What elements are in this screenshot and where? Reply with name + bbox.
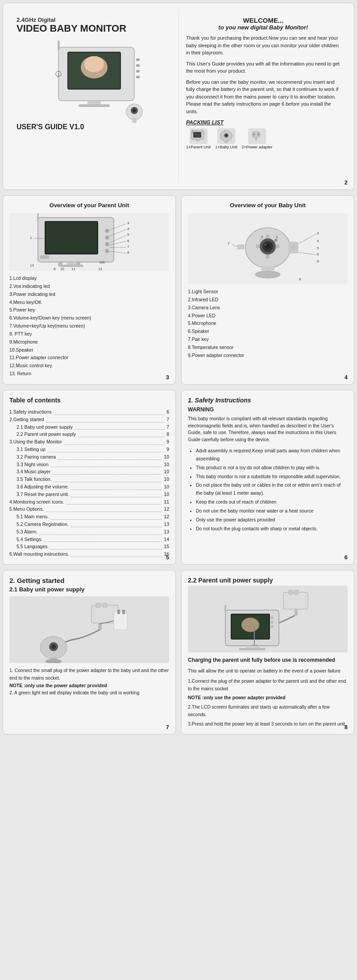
svg-text:1: 1 [58,73,60,77]
parent-power-panel: 2.2 Parent unit power supply [181,570,354,734]
parent-power-steps: Charging the parent unit fully before us… [188,656,348,728]
parent-feature-4: 4.Menu key/OK [9,299,169,307]
toc-entry-5-4: 5.4 Settings. 14 [9,536,169,543]
svg-text:5: 5 [127,233,129,237]
safety-bullet-3: This baby monitor is not a substitute fo… [196,473,348,481]
welcome-p2: This User's Guide provides you with all … [186,60,340,75]
warning-label: WARNING [188,406,348,413]
svg-rect-8 [136,76,140,78]
toc-entry-5-3: 5.3 Alarm. 13 [9,528,169,536]
baby-feature-9: 9.Power adapter connector [188,352,348,360]
svg-rect-41 [67,262,77,265]
svg-line-87 [299,234,316,243]
cover-title-small: 2.4GHz Digital [17,16,171,23]
svg-rect-10 [87,101,101,104]
parent-feature-11: 11.Power adapter connector [9,354,169,362]
power-adapter-label: 2×Power adapter [242,145,273,149]
svg-point-117 [271,621,274,623]
safety-bullet-2: This product is not a toy:do not allow c… [196,464,348,472]
packing-parent-unit: 1×Parent Unit [186,128,211,149]
svg-point-69 [260,239,262,242]
parent-power-title: 2.2 Parent unit power supply [188,577,348,584]
svg-rect-21 [192,130,193,134]
svg-text:8: 8 [299,277,301,281]
toc-entry-4: 4.Monitoring screen icons. 11 [9,498,169,506]
toc-entry-3-4: 3.4 Music player 10 [9,468,169,476]
parent-feature-7: 7.Volume+key/Up key(menu screen) [9,322,169,330]
svg-line-93 [232,245,237,246]
welcome-p1: Thank you for purchasing the product.Now… [186,34,340,57]
parent-feature-3: 3.Power indicating led [9,291,169,299]
svg-text:11: 11 [71,267,75,271]
svg-point-68 [265,244,266,246]
svg-point-33 [105,229,109,233]
svg-rect-9 [58,41,60,50]
baby-feature-5: 5.Microphone [188,320,348,328]
baby-feature-2: 2.Infrared LED [188,296,348,304]
svg-point-118 [271,625,274,628]
baby-feature-1: 1.Light Sensor [188,288,348,296]
welcome-p3: Before you can use the baby monitor, we … [186,78,340,115]
toc-entry-5-1: 5.1 Main menu. 12 [9,513,169,521]
baby-feature-4: 4.Power LED [188,312,348,320]
svg-point-115 [241,618,259,632]
baby-unit-icon [217,128,235,144]
charging-intro: This will allow the unit to operate on b… [188,667,348,675]
parent-feature-6: 6.Volume-key/Down key (menu screen) [9,314,169,322]
toc-entry-3-5: 3.5 Talk function. 10 [9,476,169,483]
svg-rect-29 [257,133,259,135]
svg-text:9: 9 [54,267,56,271]
baby-overview-panel: Overview of your Baby Unit [181,195,354,385]
toc-entry-1: 1.Safety instructions 6 [9,408,169,416]
parent-unit-icon [190,128,208,144]
parent-step-2: 2.The LCD screeni lluminates and starts … [188,703,348,718]
svg-text:1: 1 [30,236,32,240]
toc-entry-5-5: 5.5 Languages. 15 [9,543,169,550]
parent-feature-13: 13. Return [9,370,169,378]
parent-feature-12: 12.Music control key. [9,362,169,370]
toc-entries: 1.Safety instructions 6 2.Getting starte… [9,408,169,558]
toc-panel: Table of contents 1.Safety instructions … [3,390,176,565]
baby-feature-8: 8.Temperature sensor [188,344,348,352]
baby-feature-7: 7.Pair key [188,336,348,344]
baby-unit-label: 1×Baby Unit [215,145,237,149]
baby-feature-6: 6.Speaker [188,328,348,336]
svg-text:10: 10 [60,267,64,271]
svg-point-71 [256,245,260,248]
svg-rect-7 [136,70,140,73]
svg-point-102 [51,644,56,649]
svg-rect-40 [37,213,39,221]
getting-started-panel: 2. Getting started 2.1 Baby unit power s… [3,570,176,734]
toc-entry-3-6: 3.6 Adjusting the volume. 10 [9,483,169,491]
svg-point-4 [84,56,104,72]
svg-text:8: 8 [127,250,129,254]
svg-text:7: 7 [127,245,129,249]
svg-rect-109 [289,590,293,595]
cover-page-number: 2 [345,179,348,186]
parent-feature-1: 1.Lcd display [9,275,169,283]
safety-bullet-1: Adult assembly is required.Keep small pa… [196,447,348,463]
svg-text:3: 3 [317,231,319,235]
svg-point-36 [105,249,109,253]
svg-point-74 [266,255,270,258]
svg-rect-6 [136,64,140,67]
toc-entry-2-1: 2.1 Baby unit power supply 7 [9,423,169,431]
svg-rect-119 [224,605,226,612]
parent-overview-title: Overview of your Parent Unit [9,202,169,209]
toc-entry-5-2: 5.2 Camera Registration. 13 [9,521,169,528]
toc-entry-2: 2.Getting started 7 [9,416,169,423]
baby-overview-page-num: 4 [345,374,348,381]
safety-bullet-8: Do not touch the plug contacts with shar… [196,525,348,533]
getting-started-title: 2. Getting started [9,577,169,584]
toc-entry-5: 5.Menu Options. 12 [9,505,169,513]
baby-features-list: 1.Light Sensor 2.Infrared LED 3.Camera L… [188,288,348,360]
toc-entry-6: 6.Wall mounting instructions. 16 [9,550,169,558]
baby-power-steps: 1. Connect the small plug of the power a… [9,667,169,697]
svg-rect-5 [136,58,140,61]
svg-rect-25 [225,140,228,143]
parent-features-list: 1.Lcd display 2.Vox indicating led 3.Pow… [9,275,169,378]
power-adapter-icon [248,128,266,144]
baby-power-title: 2.1 Baby unit power supply [9,586,169,593]
toc-entry-3-7: 3.7 Reset the parent unit. 10 [9,491,169,498]
svg-rect-82 [237,245,244,249]
